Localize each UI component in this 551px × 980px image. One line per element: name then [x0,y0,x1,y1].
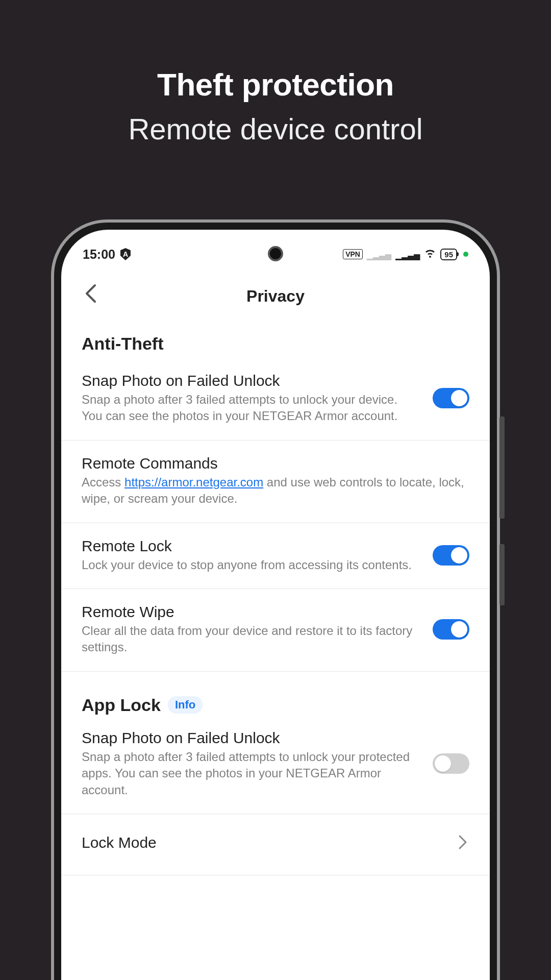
shield-icon: A [120,248,131,260]
setting-title: Remote Wipe [82,603,420,621]
remote-lock-toggle[interactable] [433,545,469,566]
info-badge[interactable]: Info [168,696,203,714]
setting-text: Remote Wipe Clear all the data from your… [82,603,420,656]
setting-text: Snap Photo on Failed Unlock Snap a photo… [82,729,420,798]
setting-title: Snap Photo on Failed Unlock [82,372,420,389]
setting-remote-commands[interactable]: Remote Commands Access https://armor.net… [61,440,490,523]
status-left: 15:00 A [83,247,131,262]
setting-text: Remote Lock Lock your device to stop any… [82,537,420,573]
setting-title: Remote Commands [82,455,469,472]
promo-subtitle: Remote device control [0,112,551,146]
vpn-icon: VPN [343,249,363,259]
armor-link[interactable]: https://armor.netgear.com [124,475,263,489]
signal-strong-icon: ▁▂▃▄ [395,248,420,260]
setting-desc: Access https://armor.netgear.com and use… [82,474,469,507]
setting-desc: Clear all the data from your device and … [82,623,420,656]
setting-lock-mode[interactable]: Lock Mode [61,814,490,875]
setting-desc: Lock your device to stop anyone from acc… [82,557,420,573]
back-button[interactable] [80,279,101,313]
app-snap-photo-toggle[interactable] [433,753,469,774]
setting-title: Lock Mode [82,834,446,851]
privacy-dot-icon [463,252,468,257]
wifi-icon [424,247,436,262]
battery-icon: 95 [440,249,457,260]
phone-screen: 15:00 A VPN ▁▂▃▄ ▁▂▃▄ 95 Privacy A [61,230,490,980]
volume-button [499,416,505,519]
chevron-right-icon [458,834,469,854]
clock: 15:00 [83,247,115,262]
setting-title: Remote Lock [82,537,420,555]
remote-wipe-toggle[interactable] [433,619,469,640]
setting-snap-photo-unlock[interactable]: Snap Photo on Failed Unlock Snap a photo… [61,358,490,440]
setting-title: Snap Photo on Failed Unlock [82,729,420,747]
settings-content[interactable]: Anti-Theft Snap Photo on Failed Unlock S… [61,320,490,875]
setting-remote-lock[interactable]: Remote Lock Lock your device to stop any… [61,523,490,589]
phone-mockup: 15:00 A VPN ▁▂▃▄ ▁▂▃▄ 95 Privacy A [51,219,500,980]
section-anti-theft: Anti-Theft [61,320,490,358]
promo-title: Theft protection [0,66,551,103]
section-title-label: Anti-Theft [82,334,164,354]
section-title-label: App Lock [82,695,161,715]
app-header: Privacy [61,273,490,320]
setting-desc: Snap a photo after 3 failed attempts to … [82,391,420,425]
power-button [499,544,505,605]
page-title: Privacy [246,287,305,306]
signal-weak-icon: ▁▂▃▄ [367,248,391,260]
snap-photo-toggle[interactable] [433,388,469,408]
camera-cutout [268,246,283,261]
setting-app-snap-photo[interactable]: Snap Photo on Failed Unlock Snap a photo… [61,715,490,814]
section-app-lock: App Lock Info [61,672,490,715]
setting-desc: Snap a photo after 3 failed attempts to … [82,749,420,798]
setting-text: Snap Photo on Failed Unlock Snap a photo… [82,372,420,425]
setting-text: Remote Commands Access https://armor.net… [82,455,469,507]
status-right: VPN ▁▂▃▄ ▁▂▃▄ 95 [343,247,468,262]
promo-header: Theft protection Remote device control [0,0,551,146]
setting-text: Lock Mode [82,834,446,853]
setting-remote-wipe[interactable]: Remote Wipe Clear all the data from your… [61,589,490,672]
